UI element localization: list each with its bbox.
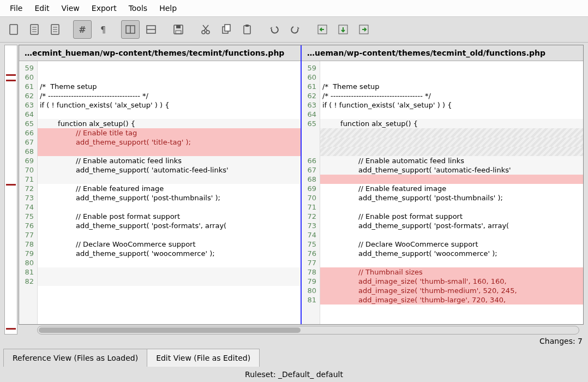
toolbar (0, 17, 588, 43)
code-line[interactable]: add_theme_support( 'woocommerce' ); (320, 249, 583, 258)
right-code[interactable]: 5960616263646566676869707172737475767778… (302, 61, 583, 324)
code-line[interactable]: // Enable automatic feed links (38, 156, 301, 165)
pilcrow-icon[interactable] (94, 20, 112, 39)
main-area: …ecmint_hueman/wp-content/themes/tecmint… (0, 43, 588, 335)
left-file-path[interactable]: …ecmint_hueman/wp-content/themes/tecmint… (19, 45, 301, 61)
code-line[interactable]: add_theme_support( 'post-formats', array… (38, 221, 301, 230)
code-line[interactable] (320, 202, 583, 212)
code-line[interactable]: /* ------------------------------------ … (320, 91, 583, 100)
paste-icon[interactable] (238, 20, 256, 39)
menu-file[interactable]: File (4, 2, 28, 14)
undo-icon[interactable] (265, 20, 284, 39)
horizontal-scrollbar[interactable] (37, 326, 579, 335)
left-code[interactable]: 5960616263646566676869707172737475767778… (19, 61, 301, 324)
code-line[interactable] (38, 230, 301, 240)
code-line[interactable]: add_theme_support( 'title-tag' ); (38, 138, 301, 147)
hash-icon[interactable] (73, 20, 92, 39)
code-line[interactable]: // Enable post format support (38, 212, 301, 221)
code-line[interactable] (320, 258, 583, 267)
menu-export[interactable]: Export (86, 2, 122, 14)
code-line[interactable] (38, 267, 301, 277)
code-line[interactable] (38, 277, 301, 286)
code-line[interactable]: /* Theme setup (320, 82, 583, 91)
split-vertical-icon[interactable] (121, 20, 140, 39)
menu-edit[interactable]: Edit (29, 2, 55, 14)
code-line[interactable]: add_theme_support( 'post-thumbnails' ); (320, 193, 583, 202)
code-line[interactable]: // Declare WooCommerce support (320, 240, 583, 249)
code-line[interactable]: /* ------------------------------------ … (38, 91, 301, 100)
code-line[interactable] (320, 63, 583, 73)
code-line[interactable] (320, 138, 583, 147)
code-line[interactable]: /* Theme setup (38, 82, 301, 91)
code-line[interactable]: // Declare WooCommerce support (38, 240, 301, 249)
code-line[interactable] (38, 110, 301, 119)
merge-right-icon[interactable] (355, 20, 373, 39)
view-tabs: Reference View (Files as Loaded)Edit Vie… (0, 345, 588, 367)
menu-tools[interactable]: Tools (123, 2, 153, 14)
file-lines1-icon[interactable] (25, 20, 44, 39)
code-line[interactable]: add_theme_support( 'post-formats', array… (320, 221, 583, 230)
code-line[interactable]: // Enable automatic feed links (320, 156, 583, 165)
menubar: FileEditViewExportToolsHelp (0, 0, 588, 17)
code-line[interactable]: add_theme_support( 'automatic-feed-links… (38, 165, 301, 175)
code-line[interactable] (38, 73, 301, 82)
code-line[interactable] (38, 202, 301, 212)
scroll-thumb[interactable] (39, 327, 301, 333)
code-line[interactable]: // Enable post format support (320, 212, 583, 221)
code-line[interactable]: function alx_setup() { (38, 119, 301, 128)
code-line[interactable]: add_image_size( 'thumb-medium', 520, 245… (320, 286, 583, 295)
diff-panes: …ecmint_hueman/wp-content/themes/tecmint… (19, 45, 584, 325)
code-line[interactable]: add_theme_support( 'automatic-feed-links… (320, 165, 583, 175)
file-blank-icon[interactable] (4, 20, 23, 39)
right-file-path[interactable]: …ueman/wp-content/themes/tecmint_old/fun… (302, 45, 583, 61)
code-line[interactable]: // Enable featured image (320, 184, 583, 193)
file-lines2-icon[interactable] (46, 20, 64, 39)
code-line[interactable] (320, 175, 583, 184)
code-line[interactable]: add_image_size( 'thumb-small', 160, 160, (320, 277, 583, 286)
code-line[interactable] (38, 175, 301, 184)
code-line[interactable] (320, 147, 583, 156)
code-line[interactable]: // Enable title tag (38, 128, 301, 138)
merge-left-icon[interactable] (313, 20, 332, 39)
tab-edit[interactable]: Edit View (File as Edited) (147, 349, 260, 367)
code-line[interactable] (38, 258, 301, 267)
ruleset-status: Ruleset: _Default_ default (0, 367, 588, 382)
menu-view[interactable]: View (56, 2, 85, 14)
code-line[interactable]: add_image_size( 'thumb-large', 720, 340, (320, 295, 583, 305)
code-line[interactable]: add_theme_support( 'post-thumbnails' ); (38, 193, 301, 202)
code-line[interactable]: function alx_setup() { (320, 119, 583, 128)
code-line[interactable]: add_theme_support( 'woocommerce' ); (38, 249, 301, 258)
code-line[interactable]: // Thumbnail sizes (320, 267, 583, 277)
code-line[interactable] (38, 63, 301, 73)
code-line[interactable] (320, 230, 583, 240)
code-line[interactable] (320, 110, 583, 119)
overview-gutter[interactable] (4, 45, 17, 335)
copy-icon[interactable] (217, 20, 236, 39)
code-line[interactable] (320, 128, 583, 138)
code-line[interactable] (38, 147, 301, 156)
menu-help[interactable]: Help (154, 2, 182, 14)
cut-icon[interactable] (196, 20, 215, 39)
code-line[interactable] (320, 73, 583, 82)
code-line[interactable]: if ( ! function_exists( 'alx_setup' ) ) … (320, 100, 583, 110)
split-horizontal-icon[interactable] (142, 20, 160, 39)
code-line[interactable]: // Enable featured image (38, 184, 301, 193)
right-pane: …ueman/wp-content/themes/tecmint_old/fun… (301, 45, 583, 324)
changes-count: Changes: 7 (0, 335, 588, 345)
left-pane: …ecmint_hueman/wp-content/themes/tecmint… (19, 45, 301, 324)
tab-reference[interactable]: Reference View (Files as Loaded) (3, 349, 147, 367)
redo-icon[interactable] (286, 20, 304, 39)
save-icon[interactable] (169, 20, 188, 39)
code-line[interactable]: if ( ! function_exists( 'alx_setup' ) ) … (38, 100, 301, 110)
merge-down-icon[interactable] (334, 20, 352, 39)
